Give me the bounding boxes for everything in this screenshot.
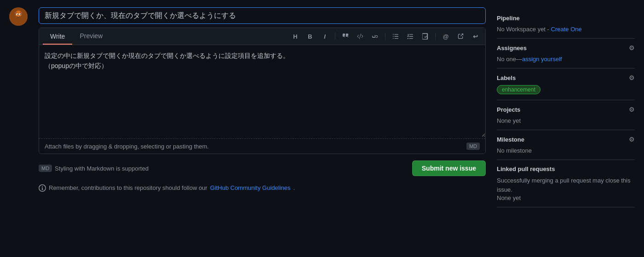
milestone-header: Milestone ⚙: [497, 136, 635, 143]
undo-icon[interactable]: ↩: [469, 30, 482, 43]
milestone-title: Milestone: [497, 136, 524, 143]
assignees-title: Assignees: [497, 45, 527, 51]
editor-area: Write Preview H B I: [39, 28, 486, 154]
sidebar: Pipeline No Workspace yet - Create One A…: [497, 7, 635, 250]
md-badge: MD: [466, 143, 480, 150]
labels-value: enhancement: [497, 85, 635, 94]
code-icon[interactable]: [354, 30, 367, 43]
main-content: Write Preview H B I: [39, 7, 486, 250]
projects-title: Projects: [497, 106, 520, 113]
pipeline-prefix: No Workspace yet -: [497, 26, 551, 33]
linked-prs-header: Linked pull requests: [497, 166, 635, 172]
projects-header: Projects ⚙: [497, 106, 635, 113]
pipeline-create-link[interactable]: Create One: [551, 26, 582, 33]
enhancement-label[interactable]: enhancement: [497, 85, 540, 94]
tab-write[interactable]: Write: [43, 29, 72, 45]
markdown-supported-text: Styling with Markdown is supported: [55, 165, 149, 172]
labels-header: Labels ⚙: [497, 74, 635, 81]
toolbar-icons: H B I: [289, 28, 482, 45]
assignees-value: No one—assign yourself: [497, 55, 635, 63]
ordered-list-icon[interactable]: [404, 30, 417, 43]
mention-icon[interactable]: @: [439, 30, 452, 43]
toolbar-divider-1: [335, 33, 335, 40]
pipeline-section: Pipeline No Workspace yet - Create One: [497, 9, 635, 39]
reminder-text-before: Remember, contributions to this reposito…: [49, 184, 207, 191]
assignees-gear-icon[interactable]: ⚙: [629, 44, 635, 51]
toolbar-divider-2: [385, 33, 385, 40]
markdown-info: MD Styling with Markdown is supported: [39, 165, 149, 172]
pipeline-value: No Workspace yet - Create One: [497, 25, 635, 33]
pipeline-header: Pipeline: [497, 15, 635, 22]
quote-icon[interactable]: [339, 30, 352, 43]
markdown-badge-footer: MD: [39, 165, 52, 172]
submit-new-issue-button[interactable]: Submit new issue: [412, 160, 486, 176]
italic-icon[interactable]: I: [318, 30, 331, 43]
avatar: [9, 7, 28, 26]
milestone-section: Milestone ⚙ No milestone: [497, 130, 635, 160]
assignees-header: Assignees ⚙: [497, 44, 635, 51]
linked-prs-title: Linked pull requests: [497, 166, 555, 172]
linked-prs-description: Successfully merging a pull request may …: [497, 176, 635, 194]
projects-value: None yet: [497, 117, 521, 124]
attach-bar: Attach files by dragging & dropping, sel…: [39, 138, 485, 154]
attach-text: Attach files by dragging & dropping, sel…: [45, 143, 209, 150]
labels-section: Labels ⚙ enhancement: [497, 69, 635, 100]
linked-prs-value: None yet: [497, 194, 521, 201]
projects-section: Projects ⚙ None yet: [497, 100, 635, 130]
heading-icon[interactable]: H: [289, 30, 302, 43]
editor-tabs-toolbar: Write Preview H B I: [39, 28, 485, 45]
community-guidelines-link[interactable]: GitHub Community Guidelines: [210, 184, 291, 191]
md-icon: MD: [469, 143, 477, 149]
link-icon[interactable]: [368, 30, 381, 43]
md-label-footer: MD: [41, 166, 49, 171]
reminder-text-after: .: [293, 184, 295, 191]
reminder-bar: Remember, contributions to this reposito…: [39, 183, 486, 192]
pipeline-title: Pipeline: [497, 15, 520, 22]
svg-point-6: [17, 14, 18, 15]
labels-title: Labels: [497, 74, 516, 81]
tab-preview[interactable]: Preview: [72, 29, 110, 44]
crossref-icon[interactable]: [454, 30, 467, 43]
issue-title-input[interactable]: [39, 7, 486, 24]
projects-gear-icon[interactable]: ⚙: [629, 106, 635, 113]
issue-body-textarea[interactable]: [39, 45, 485, 137]
toolbar-divider-3: [435, 33, 436, 40]
linked-prs-section: Linked pull requests Successfully mergin…: [497, 160, 635, 207]
unordered-list-icon[interactable]: [389, 30, 402, 43]
assign-yourself-link[interactable]: assign yourself: [522, 56, 562, 63]
assignees-text: No one—: [497, 56, 522, 63]
assignees-section: Assignees ⚙ No one—assign yourself: [497, 39, 635, 69]
labels-gear-icon[interactable]: ⚙: [629, 74, 635, 81]
milestone-value: No milestone: [497, 147, 532, 154]
milestone-gear-icon[interactable]: ⚙: [629, 136, 635, 143]
bold-icon[interactable]: B: [304, 30, 316, 43]
task-list-icon[interactable]: [419, 30, 431, 43]
editor-footer: MD Styling with Markdown is supported Su…: [39, 158, 486, 179]
info-icon: [39, 184, 46, 192]
avatar-column: [9, 7, 28, 250]
svg-point-7: [20, 14, 21, 15]
